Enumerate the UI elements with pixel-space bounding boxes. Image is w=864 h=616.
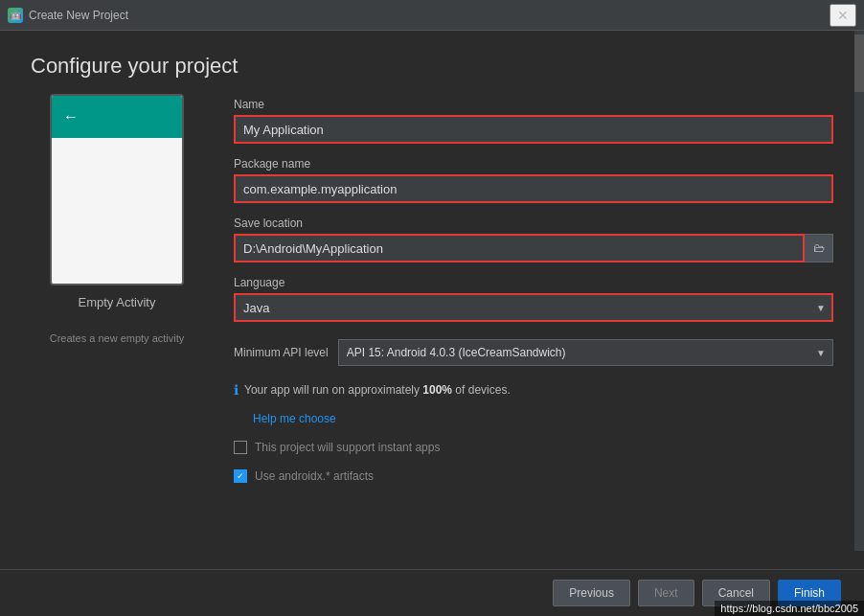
watermark: https://blog.csdn.net/bbc2005: [715, 601, 864, 616]
language-select[interactable]: Java Kotlin: [234, 293, 833, 322]
content-area: ← Empty Activity Creates a new empty act…: [0, 94, 864, 569]
close-button[interactable]: ✕: [830, 4, 856, 27]
info-row: ℹ Your app will run on approximately 100…: [234, 381, 833, 399]
main-content: Configure your project ← Empty Activity …: [0, 31, 864, 616]
save-location-label: Save location: [234, 217, 833, 230]
info-text: Your app will run on approximately 100% …: [244, 381, 511, 399]
name-group: Name: [234, 98, 833, 144]
instant-apps-checkbox[interactable]: [234, 441, 247, 454]
name-input[interactable]: [234, 115, 833, 144]
phone-preview: ←: [50, 94, 184, 285]
preview-panel: ← Empty Activity Creates a new empty act…: [31, 94, 203, 569]
page-header: Configure your project: [0, 31, 864, 94]
scrollbar-thumb[interactable]: [854, 34, 864, 92]
back-arrow-icon: ←: [63, 108, 79, 125]
androidx-checkbox-row[interactable]: ✓ Use androidx.* artifacts: [234, 469, 833, 483]
activity-description: Creates a new empty activity: [50, 332, 185, 344]
check-icon: ✓: [237, 471, 244, 481]
page-title: Configure your project: [31, 54, 833, 79]
language-select-row: Java Kotlin ▼: [234, 293, 833, 322]
form-panel: Name Package name Save location 🗁: [234, 94, 833, 569]
save-location-row: 🗁: [234, 234, 833, 262]
title-bar-left: 🤖 Create New Project: [8, 8, 128, 23]
androidx-label: Use androidx.* artifacts: [255, 469, 374, 483]
info-icon: ℹ: [234, 382, 239, 398]
instant-apps-label: This project will support instant apps: [255, 441, 440, 454]
instant-apps-checkbox-row[interactable]: This project will support instant apps: [234, 441, 833, 454]
android-icon: 🤖: [8, 8, 23, 23]
save-location-group: Save location 🗁: [234, 217, 833, 262]
api-level-row: Minimum API level API 15: Android 4.0.3 …: [234, 339, 833, 366]
api-label: Minimum API level: [234, 346, 329, 359]
api-select[interactable]: API 15: Android 4.0.3 (IceCreamSandwich)…: [338, 339, 833, 366]
next-button: Next: [638, 580, 694, 606]
package-group: Package name: [234, 157, 833, 203]
window-title: Create New Project: [29, 9, 128, 22]
package-input[interactable]: [234, 174, 833, 203]
scrollbar-track[interactable]: [854, 31, 864, 551]
name-label: Name: [234, 98, 833, 111]
preview-body: [52, 138, 182, 284]
browse-button[interactable]: 🗁: [805, 234, 833, 262]
package-label: Package name: [234, 157, 833, 171]
browse-icon: 🗁: [813, 241, 825, 255]
activity-label: Empty Activity: [79, 295, 156, 309]
save-location-input[interactable]: [234, 234, 805, 262]
previous-button[interactable]: Previous: [553, 580, 630, 606]
language-label: Language: [234, 276, 833, 289]
title-bar: 🤖 Create New Project ✕: [0, 0, 864, 31]
preview-header: ←: [52, 96, 182, 138]
androidx-checkbox[interactable]: ✓: [234, 469, 247, 483]
help-me-choose-link[interactable]: Help me choose: [253, 412, 833, 425]
api-select-wrap: API 15: Android 4.0.3 (IceCreamSandwich)…: [338, 339, 833, 366]
language-group: Language Java Kotlin ▼: [234, 276, 833, 322]
